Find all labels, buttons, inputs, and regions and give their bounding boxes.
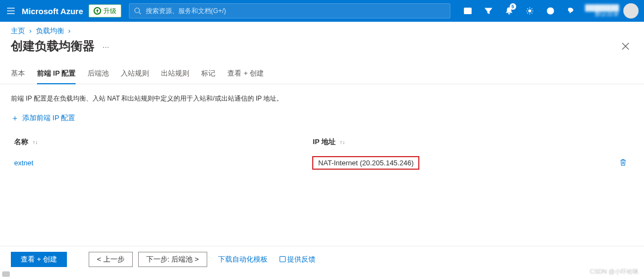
tab-backend-pool[interactable]: 后端池 [88,69,109,84]
topbar: Microsoft Azure 升级 5 ██ [0,0,644,22]
filter-icon[interactable] [479,0,498,22]
more-actions[interactable]: … [102,41,110,49]
upgrade-button[interactable]: 升级 [89,4,121,17]
frontend-ip-table: 名称 ↑↓ IP 地址 ↑↓ extnet NAT-Internet (20.2… [11,133,633,175]
content: 前端 IP 配置是在负载均衡、入站 NAT 和出站规则中定义的用于入站和/或出站… [0,84,644,175]
review-create-button[interactable]: 查看 + 创建 [11,252,67,267]
notifications-icon[interactable]: 5 [499,0,519,22]
footer: 查看 + 创建 < 上一步 下一步: 后端池 > 下载自动化模板 提供反馈 [0,246,644,267]
sort-icon: ↑↓ [339,139,345,145]
prev-button[interactable]: < 上一步 [89,252,133,267]
delete-icon[interactable] [620,160,627,168]
search-icon [134,7,141,15]
avatar [623,3,639,18]
tab-outbound-rules[interactable]: 出站规则 [161,69,189,84]
help-icon[interactable] [541,0,560,22]
next-button[interactable]: 下一步: 后端池 > [138,252,207,267]
cloud-shell-icon[interactable] [458,0,478,22]
tab-basic[interactable]: 基本 [11,69,25,84]
feedback-icon[interactable] [561,0,581,22]
tabs: 基本 前端 IP 配置 后端池 入站规则 出站规则 标记 查看 + 创建 [0,55,644,84]
col-delete [608,133,633,151]
table-header-row: 名称 ↑↓ IP 地址 ↑↓ [11,133,633,151]
tab-tags[interactable]: 标记 [201,69,215,84]
title-row: 创建负载均衡器 … [0,36,644,55]
col-name-label: 名称 [14,138,28,146]
add-label: 添加前端 IP 配置 [22,113,75,123]
table-row: extnet NAT-Internet (20.205.145.246) [11,151,633,175]
scrollbar-thumb[interactable] [2,271,10,277]
add-frontend-ip-button[interactable]: ＋ 添加前端 IP 配置 [11,113,75,123]
page-title: 创建负载均衡器 [11,38,95,54]
breadcrumb-item-lb[interactable]: 负载均衡 [36,27,64,35]
breadcrumb-sep: › [27,27,34,35]
feedback-link[interactable]: 提供反馈 [280,255,315,264]
search-input[interactable] [145,7,445,15]
feedback-label: 提供反馈 [287,255,315,263]
topbar-actions: 5 ████████默认目录 [458,0,639,22]
row-ip: NAT-Internet (20.205.145.246) [313,157,419,169]
upgrade-icon [94,7,101,15]
breadcrumb-sep: › [66,27,72,35]
col-ip-label: IP 地址 [313,138,336,146]
notification-badge: 5 [510,3,516,10]
col-name[interactable]: 名称 ↑↓ [11,133,309,151]
close-icon[interactable] [618,39,633,54]
breadcrumb-item-home[interactable]: 主页 [11,27,25,35]
svg-line-4 [139,13,141,15]
tab-inbound-rules[interactable]: 入站规则 [121,69,149,84]
description: 前端 IP 配置是在负载均衡、入站 NAT 和出站规则中定义的用于入站和/或出站… [11,94,633,103]
svg-point-6 [528,10,530,12]
tab-frontend-ip[interactable]: 前端 IP 配置 [37,69,76,84]
sort-icon: ↑↓ [33,139,38,145]
row-name[interactable]: extnet [14,159,33,167]
svg-point-3 [135,8,140,13]
account-area[interactable]: ████████默认目录 [582,3,639,18]
watermark: CSDN @小吓哈咪 [590,268,639,276]
feedback-small-icon [280,256,286,262]
menu-icon[interactable] [5,5,16,16]
download-template-link[interactable]: 下载自动化模板 [218,255,268,264]
upgrade-label: 升级 [103,7,116,16]
tab-review-create[interactable]: 查看 + 创建 [227,69,264,84]
col-ip[interactable]: IP 地址 ↑↓ [309,133,608,151]
account-text: ████████默认目录 [585,5,619,17]
plus-icon: ＋ [11,114,19,122]
brand[interactable]: Microsoft Azure [22,7,83,16]
search-box[interactable] [129,3,450,18]
breadcrumb: 主页 › 负载均衡 › [0,22,644,36]
settings-icon[interactable] [520,0,540,22]
svg-rect-5 [464,8,471,14]
